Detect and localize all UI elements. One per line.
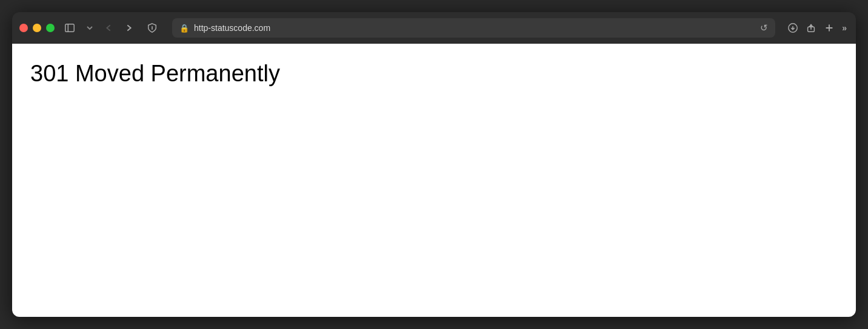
more-icon: » — [842, 24, 846, 32]
sidebar-toggle-button[interactable] — [62, 20, 78, 36]
page-heading: 301 Moved Permanently — [30, 61, 838, 87]
traffic-lights — [19, 24, 55, 32]
reload-icon[interactable]: ↺ — [760, 22, 768, 33]
back-button[interactable] — [101, 20, 116, 36]
lock-icon: 🔒 — [179, 24, 189, 33]
share-button[interactable] — [803, 20, 819, 36]
download-button[interactable] — [785, 20, 801, 36]
chevron-down-icon — [86, 24, 93, 32]
right-toolbar-icons: » — [785, 20, 849, 36]
forward-icon — [124, 22, 135, 33]
page-content: 301 Moved Permanently — [12, 44, 856, 317]
more-button[interactable]: » — [840, 21, 849, 35]
new-tab-button[interactable] — [821, 20, 837, 36]
sidebar-chevron-button[interactable] — [84, 22, 96, 34]
minimize-button[interactable] — [33, 24, 41, 32]
forward-button[interactable] — [121, 20, 137, 36]
share-icon — [806, 22, 816, 33]
close-button[interactable] — [19, 24, 28, 32]
sidebar-icon — [64, 22, 75, 33]
plus-icon — [824, 22, 835, 33]
privacy-button[interactable] — [144, 20, 160, 36]
download-icon — [787, 22, 798, 33]
maximize-button[interactable] — [46, 24, 55, 32]
back-icon — [103, 22, 114, 33]
url-display: http-statuscode.com — [194, 23, 755, 33]
toolbar: 🔒 http-statuscode.com ↺ — [12, 12, 856, 44]
address-bar[interactable]: 🔒 http-statuscode.com ↺ — [172, 18, 775, 38]
shield-icon — [147, 22, 158, 33]
browser-window: 🔒 http-statuscode.com ↺ — [12, 12, 856, 317]
svg-rect-0 — [65, 24, 74, 32]
